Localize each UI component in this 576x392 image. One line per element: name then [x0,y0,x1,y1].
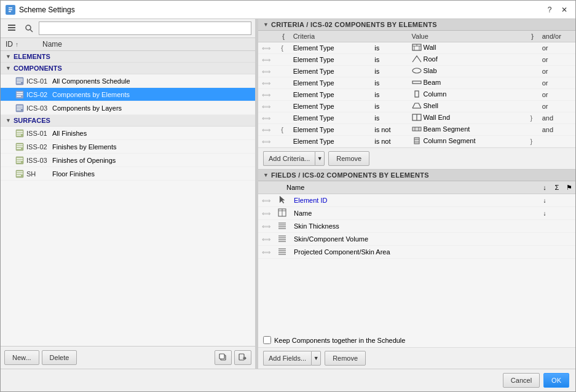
elements-arrow: ▼ [6,53,11,60]
table-row[interactable]: ⟺ { Element Type is Wall [258,42,575,54]
tree-header: ID ↑ Name [1,38,255,51]
drag-handle[interactable]: ⟺ [262,249,270,256]
field-cell: Element Type [290,42,371,54]
drag-handle[interactable]: ⟺ [262,197,270,204]
logic-cell [539,136,575,147]
lines-icon [278,247,286,256]
op-cell: is [371,89,408,101]
ok-button[interactable]: OK [543,373,569,388]
table-row[interactable]: ⟺ Name ↓ [258,207,575,220]
drag-handle[interactable]: ⟺ [262,80,270,87]
criteria-header: ▼ CRITERIA / ICS-02 COMPONENTS BY ELEMEN… [258,19,575,31]
drag-handle[interactable]: ⟺ [262,115,270,122]
cancel-button[interactable]: Cancel [503,373,540,388]
name-column-header[interactable]: Name [42,40,250,49]
svg-rect-55 [414,138,419,144]
export-button[interactable] [234,350,251,365]
drag-handle[interactable]: ⟺ [262,92,270,98]
sort-cell: ↓ [539,207,551,220]
table-row[interactable]: ⟺ Element ID ↓ [258,194,575,207]
list-item[interactable]: ICS-03 Components by Layers [1,101,255,115]
list-item[interactable]: ISS-02 Finishes by Elements [1,140,255,154]
list-item[interactable]: ISS-03 Finishes of Openings [1,154,255,167]
list-item[interactable]: ISS-01 All Finishes [1,127,255,140]
tree-container[interactable]: ▼ ELEMENTS ▼ COMPONENTS [1,51,255,346]
remove-fields-button[interactable]: Remove [325,351,366,366]
criteria-table: { Criteria Value } and/or ⟺ [258,31,575,147]
value-cell: Beam Segment [408,124,527,136]
add-fields-dropdown[interactable]: ▼ [311,351,321,366]
criteria-scroll-area[interactable]: { Criteria Value } and/or ⟺ [258,31,575,147]
field-name-cell: Name [290,207,539,220]
schedule-icon [15,77,24,85]
list-item[interactable]: ICS-01 All Components Schedule [1,74,255,88]
table-row[interactable]: ⟺ Element Type is Beam [258,77,575,89]
table-row[interactable]: ⟺ Element Type is not Column Segment [258,136,575,147]
drag-handle[interactable]: ⟺ [262,223,270,230]
remove-criteria-button[interactable]: Remove [328,151,369,166]
add-criteria-button[interactable]: Add Criteria... [263,151,315,166]
delete-button[interactable]: Delete [42,350,77,365]
search-input[interactable] [39,22,251,35]
drag-handle[interactable]: ⟺ [262,138,270,145]
op-cell: is [371,77,408,89]
svg-rect-23 [17,133,23,134]
table-row[interactable]: ⟺ Element Type is Roof [258,54,575,66]
value-cell: Wall [408,42,527,54]
add-criteria-dropdown[interactable]: ▼ [315,151,325,166]
svg-point-46 [412,68,421,73]
open-bracket-cell: { [277,42,289,54]
field-cell: Element Type [290,101,371,112]
close-button[interactable]: ✕ [558,4,570,15]
svg-rect-14 [17,92,23,93]
column-segment-icon [412,137,422,144]
add-criteria-split-button[interactable]: Add Criteria... ▼ [263,151,325,166]
new-button[interactable]: New... [4,350,39,365]
drag-handle[interactable]: ⟺ [262,103,270,110]
fields-actions: Add Fields... ▼ Remove [258,347,575,369]
close-bracket-cell: } [526,136,538,147]
table-row[interactable]: ⟺ Element Type is Wall End [258,112,575,124]
table-row[interactable]: ⟺ Element Type is Slab [258,66,575,77]
add-fields-split-button[interactable]: Add Fields... ▼ [263,351,321,366]
table-row[interactable]: ⟺ Projected Component/Skin A [258,246,575,259]
criteria-actions: Add Criteria... ▼ Remove [258,147,575,169]
section-surfaces[interactable]: ▼ SURFACES [1,115,255,127]
fields-arrow-icon: ▼ [263,172,269,178]
field-name-cell: Element ID [290,194,539,207]
fields-scroll-area[interactable]: ⟺ Element ID ↓ [258,194,575,333]
fields-table: ⟺ Element ID ↓ [258,194,575,259]
svg-rect-31 [17,160,23,161]
beam-icon [412,79,422,86]
table-row[interactable]: ⟺ Skin/Component Volume [258,233,575,246]
close-bracket-cell [526,77,538,89]
svg-rect-26 [17,144,23,146]
svg-rect-19 [17,108,23,109]
svg-rect-12 [17,82,21,84]
open-bracket-cell [277,66,289,77]
table-row[interactable]: ⟺ Skin Thickness [258,220,575,233]
add-fields-button[interactable]: Add Fields... [263,351,311,366]
drag-handle[interactable]: ⟺ [262,127,270,133]
help-button[interactable]: ? [543,4,556,15]
close-bracket-cell [526,54,538,66]
open-bracket-cell: { [277,124,289,136]
drag-handle[interactable]: ⟺ [262,210,270,217]
open-bracket-cell [277,77,289,89]
list-item[interactable]: ICS-02 Components by Elements [1,88,255,101]
duplicate-button[interactable] [215,350,232,365]
section-components[interactable]: ▼ COMPONENTS [1,63,255,74]
drag-handle[interactable]: ⟺ [262,68,270,75]
drag-handle[interactable]: ⟺ [262,57,270,63]
table-row[interactable]: ⟺ Element Type is Shell [258,101,575,112]
drag-handle[interactable]: ⟺ [262,45,270,52]
section-elements[interactable]: ▼ ELEMENTS [1,51,255,63]
id-column-header[interactable]: ID ↑ [6,40,42,49]
list-item[interactable]: SH Floor Finishes [1,167,255,181]
keep-together-checkbox[interactable] [263,336,271,344]
list-view-button[interactable] [4,22,19,35]
table-row[interactable]: ⟺ { Element Type is not Beam Segment [258,124,575,136]
table-row[interactable]: ⟺ Element Type is Column [258,89,575,101]
search-button[interactable] [22,22,36,35]
drag-handle[interactable]: ⟺ [262,236,270,243]
